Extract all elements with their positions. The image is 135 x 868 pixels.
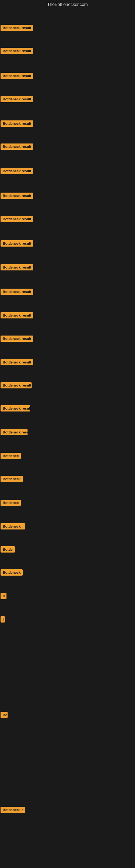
bottleneck-item[interactable]: Bottleneck result: [1, 48, 33, 55]
bottleneck-badge: Bo: [1, 712, 8, 718]
bottleneck-item[interactable]: Bottleneck result: [1, 312, 33, 319]
bottleneck-item[interactable]: Bottleneck: [1, 476, 23, 483]
bottleneck-item[interactable]: Bottleneck result: [1, 25, 33, 32]
bottleneck-item[interactable]: Bottleneck r: [1, 807, 25, 814]
bottleneck-badge: Bottleneck result: [1, 193, 33, 199]
bottleneck-item[interactable]: Bottleneck result: [1, 240, 33, 248]
bottleneck-badge: Bottleneck result: [1, 73, 33, 79]
bottleneck-badge: Bottle: [1, 546, 15, 553]
bottleneck-badge: Bottleneck: [1, 569, 23, 576]
bottleneck-badge: Bottleneck result: [1, 96, 33, 102]
bottleneck-item[interactable]: Bottleneck result: [1, 144, 33, 151]
bottleneck-item[interactable]: Bottleneck result: [1, 96, 33, 103]
site-title: TheBottlenecker.com: [0, 0, 135, 9]
bottleneck-badge: Bottleneck result: [1, 144, 33, 150]
bottleneck-item[interactable]: Bottleneck result: [1, 216, 33, 223]
bottleneck-item[interactable]: Bottleneck result: [1, 289, 33, 296]
bottleneck-item[interactable]: Bottleneck result: [1, 382, 32, 390]
bottleneck-item[interactable]: Bo: [1, 712, 8, 719]
bottleneck-item[interactable]: Bottlenec: [1, 453, 21, 460]
bottleneck-item[interactable]: Bottle: [1, 546, 15, 554]
bottleneck-item[interactable]: |: [1, 616, 5, 624]
bottleneck-badge: Bottleneck result: [1, 289, 33, 295]
bottleneck-item[interactable]: Bottlenec: [1, 500, 21, 507]
bottleneck-badge: Bottleneck result: [1, 382, 32, 389]
bottleneck-badge: Bottleneck result: [1, 429, 28, 435]
bottleneck-item[interactable]: Bottleneck r: [1, 523, 25, 531]
bottleneck-item[interactable]: Bottleneck result: [1, 193, 33, 200]
bottleneck-badge: Bottleneck r: [1, 807, 25, 813]
bottleneck-badge: Bottleneck result: [1, 48, 33, 54]
bottleneck-badge: Bottlenec: [1, 500, 21, 506]
bottleneck-item[interactable]: Bottleneck: [1, 569, 23, 577]
bottleneck-badge: Bottleneck: [1, 476, 23, 482]
bottleneck-badge: B: [1, 593, 6, 599]
bottleneck-badge: Bottleneck result: [1, 216, 33, 222]
bottleneck-badge: Bottleneck result: [1, 405, 30, 411]
bottleneck-item[interactable]: Bottleneck result: [1, 336, 33, 343]
bottleneck-badge: Bottleneck r: [1, 523, 25, 529]
bottleneck-badge: Bottleneck result: [1, 240, 33, 247]
bottleneck-item[interactable]: Bottleneck result: [1, 359, 33, 367]
bottleneck-item[interactable]: Bottleneck result: [1, 405, 30, 412]
bottleneck-item[interactable]: Bottleneck result: [1, 264, 33, 272]
bottleneck-badge: Bottleneck result: [1, 120, 33, 127]
bottleneck-item[interactable]: Bottleneck result: [1, 73, 33, 80]
bottleneck-badge: Bottleneck result: [1, 312, 33, 318]
bottleneck-badge: Bottleneck result: [1, 264, 33, 271]
bottleneck-badge: Bottlenec: [1, 453, 21, 459]
bottleneck-item[interactable]: Bottleneck result: [1, 429, 28, 436]
bottleneck-item[interactable]: B: [1, 593, 6, 600]
bottleneck-item[interactable]: Bottleneck result: [1, 120, 33, 128]
bottleneck-item[interactable]: Bottleneck result: [1, 168, 33, 175]
bottleneck-badge: Bottleneck result: [1, 168, 33, 174]
bottleneck-badge: |: [1, 616, 5, 622]
bottleneck-badge: Bottleneck result: [1, 25, 33, 31]
bottleneck-badge: Bottleneck result: [1, 336, 33, 342]
bottleneck-badge: Bottleneck result: [1, 359, 33, 365]
